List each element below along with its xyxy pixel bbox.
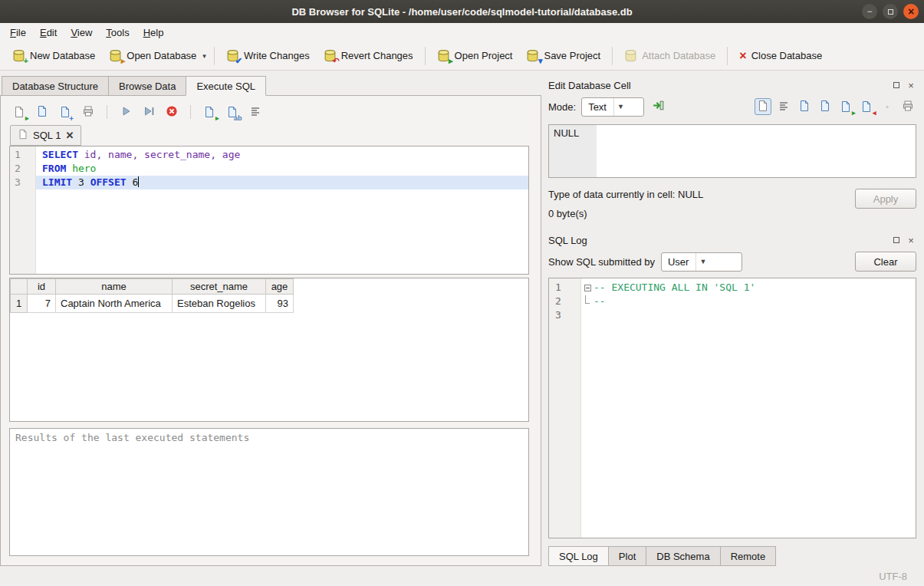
toolbar-separator: [107, 105, 107, 119]
save-cell-button[interactable]: [817, 98, 834, 115]
cell-editor[interactable]: NULL: [548, 124, 916, 178]
column-header-id[interactable]: id: [28, 279, 56, 295]
sql-tab-label: SQL 1: [33, 130, 61, 141]
menubar: File Edit View Tools Help: [0, 23, 924, 41]
sql-log-title: SQL Log: [548, 235, 887, 246]
menu-help[interactable]: Help: [136, 25, 171, 41]
cell-secret-name[interactable]: Esteban Rogelios: [173, 295, 266, 313]
set-null-icon: ◦: [886, 102, 889, 111]
cell-age[interactable]: 93: [266, 295, 294, 313]
tab-database-structure[interactable]: Database Structure: [2, 76, 108, 96]
format-sql-button[interactable]: [247, 104, 264, 120]
encoding-indicator[interactable]: UTF-8: [879, 571, 907, 582]
print-icon: [82, 105, 94, 120]
column-header-age[interactable]: age: [266, 279, 294, 295]
menu-view[interactable]: View: [64, 25, 99, 41]
window-controls: − ×: [862, 4, 924, 19]
write-changes-button[interactable]: ✔ Write Changes: [220, 46, 316, 65]
open-database-dropdown[interactable]: ▾: [200, 49, 209, 63]
save-sql-file-icon: [36, 105, 48, 120]
save-sql-as-button[interactable]: ＋: [57, 104, 74, 120]
copy-cell-button[interactable]: [796, 98, 813, 115]
sql-log-float-button[interactable]: [891, 235, 902, 245]
close-window-button[interactable]: ×: [903, 4, 919, 19]
toolbar-separator: [190, 105, 191, 119]
close-database-button[interactable]: × Close Database: [733, 47, 828, 65]
titlebar: DB Browser for SQLite - /home/user/code/…: [0, 0, 924, 23]
edit-cell-float-button[interactable]: [891, 80, 902, 91]
sql-editor[interactable]: 1 2 3 SELECT id, name, secret_name, age …: [9, 146, 529, 275]
save-sql-as-icon: ＋: [59, 106, 72, 119]
maximize-button[interactable]: [883, 4, 898, 19]
set-null-button[interactable]: ◦: [879, 98, 896, 115]
save-project-button[interactable]: ▾ Save Project: [520, 46, 607, 65]
row-number-cell[interactable]: 1: [11, 295, 28, 313]
attach-database-icon: [624, 49, 637, 62]
print-cell-button[interactable]: [899, 98, 916, 115]
tab-remote[interactable]: Remote: [720, 546, 777, 566]
menu-edit[interactable]: Edit: [33, 25, 64, 41]
export-cell-button[interactable]: ▸: [837, 98, 854, 115]
main-content: Database Structure Browse Data Execute S…: [0, 71, 924, 566]
new-sql-tab-button[interactable]: ab: [224, 104, 241, 120]
word-wrap-button[interactable]: [775, 98, 792, 115]
sql-tab-close-button[interactable]: ✕: [65, 130, 74, 141]
open-sql-file-button[interactable]: ▸: [11, 104, 28, 120]
sql-log-filter-row: Show SQL submitted by User ▼ Clear: [548, 252, 916, 272]
sql-log-close-button[interactable]: ×: [906, 235, 916, 245]
tab-plot[interactable]: Plot: [608, 546, 646, 566]
log-filter-select[interactable]: User ▼: [661, 252, 742, 272]
edit-cell-toolbar: Mode: Text ▼ ▸ ◂ ◦: [548, 94, 916, 120]
window-title: DB Browser for SQLite - /home/user/code/…: [0, 6, 924, 18]
log-code: -- EXECUTING ALL IN 'SQL 1' --: [581, 278, 916, 538]
open-project-button[interactable]: ▸ Open Project: [431, 46, 519, 65]
sql-code[interactable]: SELECT id, name, secret_name, age FROM h…: [36, 146, 528, 274]
sql-log-view[interactable]: 1 2 3 -- EXECUTING ALL IN 'SQL 1' --: [548, 278, 916, 538]
chevron-down-icon: ▼: [695, 253, 709, 271]
toolbar-separator: [425, 47, 426, 65]
main-tab-bar: Database Structure Browse Data Execute S…: [0, 76, 541, 95]
right-pane: Edit Database Cell × Mode: Text ▼ ▸ ◂: [541, 71, 924, 566]
tab-browse-data[interactable]: Browse Data: [108, 76, 186, 96]
mode-select[interactable]: Text ▼: [581, 97, 644, 117]
fold-marker-icon[interactable]: [584, 285, 591, 291]
minimize-button[interactable]: −: [862, 4, 877, 19]
print-sql-button[interactable]: [80, 104, 97, 120]
toolbar-separator: [727, 47, 728, 65]
cell-id[interactable]: 7: [28, 295, 56, 313]
cell-name[interactable]: Captain North America: [56, 295, 173, 313]
fold-guide-icon: [585, 295, 590, 304]
stop-execution-button[interactable]: [163, 104, 180, 120]
menu-file[interactable]: File: [3, 25, 33, 41]
text-mode-button[interactable]: [755, 98, 771, 115]
open-database-button[interactable]: ▸ Open Database: [103, 46, 202, 65]
new-database-button[interactable]: + New Database: [6, 46, 101, 65]
menu-tools[interactable]: Tools: [99, 25, 136, 41]
execute-line-button[interactable]: [140, 104, 157, 120]
edit-cell-close-button[interactable]: ×: [906, 80, 916, 91]
statusbar: UTF-8: [0, 566, 924, 586]
execute-line-icon: [143, 105, 155, 120]
sql-line: FROM hero: [36, 162, 528, 176]
apply-button[interactable]: Apply: [855, 189, 916, 209]
revert-changes-button[interactable]: ↶ Revert Changes: [317, 46, 419, 65]
tab-db-schema[interactable]: DB Schema: [646, 546, 719, 566]
sql-editor-tab[interactable]: SQL 1 ✕: [10, 125, 81, 146]
tab-execute-sql[interactable]: Execute SQL: [186, 76, 266, 96]
column-header-secret-name[interactable]: secret_name: [173, 279, 266, 295]
new-database-icon: +: [12, 49, 25, 62]
column-header-name[interactable]: name: [56, 279, 173, 295]
import-data-button[interactable]: [649, 98, 666, 115]
save-project-icon: ▾: [526, 49, 539, 62]
tab-sql-log[interactable]: SQL Log: [548, 546, 608, 566]
execute-all-button[interactable]: [117, 104, 134, 120]
log-line: -- EXECUTING ALL IN 'SQL 1': [581, 281, 916, 295]
open-sql-file-icon: ▸: [13, 106, 26, 119]
save-sql-file-button[interactable]: [34, 104, 51, 120]
execution-message: Results of the last executed statements: [15, 432, 249, 443]
minimize-icon: −: [866, 7, 872, 16]
export-sql-button[interactable]: ▸: [201, 104, 218, 120]
close-icon: ×: [908, 235, 914, 246]
import-cell-button[interactable]: ◂: [858, 98, 875, 115]
clear-log-button[interactable]: Clear: [855, 252, 916, 272]
